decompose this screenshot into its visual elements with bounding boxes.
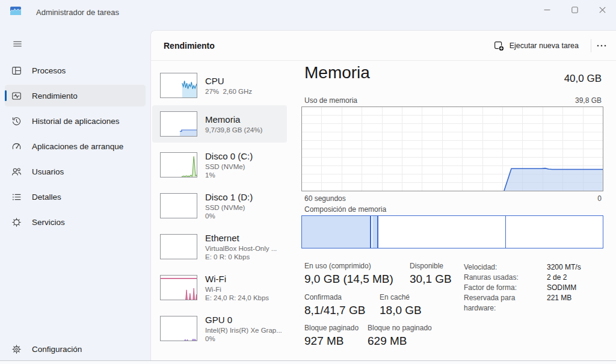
history-icon	[11, 116, 22, 126]
stat-label: Disponible	[410, 262, 452, 270]
stat-label: En caché	[380, 293, 422, 301]
sidebar-item-label: Detalles	[32, 193, 61, 202]
perf-item-gpu0[interactable]: GPU 0 Intel(R) Iris(R) Xe Grap... 0%	[152, 309, 287, 348]
main-panel: Rendimiento Ejecutar nueva tarea	[150, 30, 616, 364]
new-task-icon	[494, 41, 504, 51]
perf-item-memoria[interactable]: Memoria 9,7/39,8 GB (24%)	[152, 105, 287, 143]
perf-item-line1: 27% 2,60 GHz	[205, 87, 252, 96]
composition-segment-modified	[372, 216, 378, 248]
run-new-task-label: Ejecutar nueva tarea	[510, 42, 579, 50]
hardware-label: Velocidad:	[464, 262, 547, 273]
startup-icon	[11, 141, 22, 152]
maximize-button[interactable]	[561, 0, 588, 19]
more-options-button[interactable]	[592, 36, 611, 55]
stat-nonpaged-pool: Bloque no paginado 629 MB	[368, 324, 432, 348]
details-list-icon	[11, 192, 22, 202]
stat-paged-pool: Bloque paginado 927 MB	[304, 324, 359, 348]
sidebar-item-procesos[interactable]: Procesos	[5, 60, 146, 81]
perf-item-title: GPU 0	[205, 315, 282, 325]
ethernet-mini-chart	[160, 234, 197, 259]
perf-item-line2: 1%	[205, 171, 253, 179]
page-title: Rendimiento	[164, 41, 215, 51]
stat-value: 8,1/41,7 GB	[304, 304, 365, 317]
perf-item-disco0[interactable]: Disco 0 (C:) SSD (NVMe) 1%	[152, 145, 287, 185]
stat-committed: Confirmada 8,1/41,7 GB	[304, 293, 365, 317]
services-icon	[11, 217, 22, 227]
memory-mini-chart	[160, 111, 197, 137]
stat-label: Bloque paginado	[304, 324, 359, 332]
stat-label: Confirmada	[304, 293, 365, 301]
sidebar-item-detalles[interactable]: Detalles	[5, 186, 146, 208]
usage-chart-label: Uso de memoria	[304, 96, 357, 105]
window-bottom-fill	[0, 361, 616, 364]
perf-item-wifi[interactable]: Wi-Fi Wi-Fi E: 24,0 R: 24,0 Kbps	[152, 268, 287, 307]
perf-item-line1: SSD (NVMe)	[205, 203, 253, 212]
details-title: Memoria	[304, 63, 370, 82]
stat-value: 18,0 GB	[380, 304, 422, 317]
task-manager-window: Administrador de tareas Procesos Rendimi…	[0, 0, 616, 364]
hardware-info-list: Velocidad: 3200 MT/s Ranuras usadas: 2 d…	[464, 262, 581, 313]
processes-icon	[11, 66, 22, 76]
window-title: Administrador de tareas	[36, 8, 119, 17]
users-icon	[11, 167, 22, 177]
sidebar-item-usuarios[interactable]: Usuarios	[5, 161, 146, 182]
sidebar-item-historial[interactable]: Historial de aplicaciones	[5, 110, 146, 132]
sidebar-item-label: Procesos	[32, 66, 66, 75]
sidebar-item-label: Servicios	[32, 218, 65, 227]
hamburger-icon	[13, 39, 22, 49]
title-bar: Administrador de tareas	[0, 0, 616, 29]
stat-value: 927 MB	[304, 335, 359, 348]
navigation-menu-button[interactable]	[6, 34, 29, 54]
run-new-task-button[interactable]: Ejecutar nueva tarea	[487, 36, 586, 55]
x-axis-right-label: 0	[597, 194, 602, 203]
performance-icon	[11, 91, 22, 101]
perf-item-line2: E: 0 R: 0 Kbps	[205, 253, 277, 261]
hardware-label: Reservada para hardware:	[464, 293, 547, 313]
composition-label: Composición de memoria	[304, 205, 386, 214]
perf-item-title: Disco 0 (C:)	[205, 151, 253, 161]
perf-item-line1: VirtualBox Host-Only ...	[205, 244, 277, 253]
perf-item-line2: 0%	[205, 212, 253, 220]
perf-item-title: CPU	[205, 76, 252, 86]
perf-item-line2: 0%	[205, 335, 282, 343]
perf-item-title: Disco 1 (D:)	[205, 192, 253, 202]
stat-in-use: En uso (comprimido) 9,0 GB (14,5 MB)	[304, 262, 393, 286]
sidebar-item-configuracion[interactable]: Configuración	[5, 338, 146, 360]
sidebar-item-label: Rendimiento	[32, 91, 78, 100]
perf-item-line1: SSD (NVMe)	[205, 162, 253, 171]
sidebar-item-label: Configuración	[32, 345, 82, 354]
x-axis-left-label: 60 segundos	[304, 194, 346, 203]
sidebar-item-label: Historial de aplicaciones	[32, 117, 120, 126]
memory-composition-bar	[301, 215, 603, 248]
hardware-value: 2 de 2	[547, 273, 567, 283]
sidebar-item-aplicaciones-arranque[interactable]: Aplicaciones de arranque	[5, 135, 146, 157]
stat-value: 30,1 GB	[410, 273, 452, 286]
hardware-row-form-factor: Factor de forma: SODIMM	[464, 283, 581, 293]
perf-item-line1: Wi-Fi	[205, 285, 269, 294]
sidebar-item-servicios[interactable]: Servicios	[5, 211, 146, 233]
wifi-mini-chart	[160, 275, 197, 300]
sidebar-item-label: Usuarios	[32, 167, 64, 176]
hardware-row-speed: Velocidad: 3200 MT/s	[464, 262, 581, 273]
hardware-value: 3200 MT/s	[547, 262, 581, 273]
stat-label: En uso (comprimido)	[304, 262, 393, 270]
ellipsis-icon	[597, 45, 606, 47]
hardware-label: Ranuras usadas:	[464, 273, 547, 283]
stat-label: Bloque no paginado	[368, 324, 432, 332]
close-button[interactable]	[588, 0, 616, 19]
perf-item-ethernet[interactable]: Ethernet VirtualBox Host-Only ... E: 0 R…	[152, 227, 287, 267]
header-separator	[591, 39, 591, 52]
panel-header: Rendimiento Ejecutar nueva tarea	[151, 31, 616, 61]
perf-item-line1: 9,7/39,8 GB (24%)	[205, 126, 262, 134]
stat-available: Disponible 30,1 GB	[410, 262, 452, 286]
minimize-button[interactable]	[533, 0, 561, 19]
disk1-mini-chart	[160, 193, 197, 218]
perf-item-title: Ethernet	[205, 233, 277, 243]
stat-cached: En caché 18,0 GB	[380, 293, 422, 317]
perf-item-cpu[interactable]: CPU 27% 2,60 GHz	[152, 67, 287, 104]
perf-item-disco1[interactable]: Disco 1 (D:) SSD (NVMe) 0%	[152, 186, 287, 226]
sidebar-item-rendimiento[interactable]: Rendimiento	[5, 85, 146, 106]
hardware-value: SODIMM	[547, 283, 576, 293]
hardware-row-slots: Ranuras usadas: 2 de 2	[464, 273, 581, 283]
window-controls	[533, 0, 616, 19]
